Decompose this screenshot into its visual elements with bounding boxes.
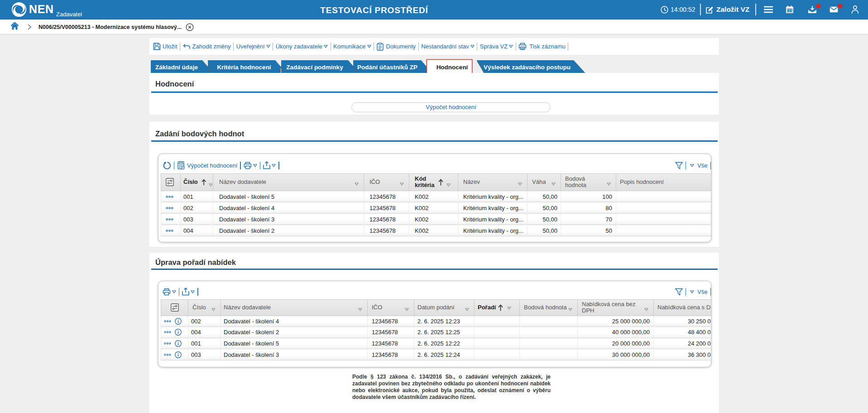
svg-text:Zadávací podmínky: Zadávací podmínky	[286, 64, 343, 71]
svg-text:Výsledek zadávacího postupu: Výsledek zadávacího postupu	[484, 64, 571, 71]
svg-text:Hodnocení: Hodnocení	[436, 64, 469, 71]
svg-text:Podání účastníků ZP: Podání účastníků ZP	[357, 64, 417, 71]
svg-text:Kritéria hodnocení: Kritéria hodnocení	[217, 64, 272, 71]
svg-text:Základní údaje: Základní údaje	[155, 64, 198, 71]
